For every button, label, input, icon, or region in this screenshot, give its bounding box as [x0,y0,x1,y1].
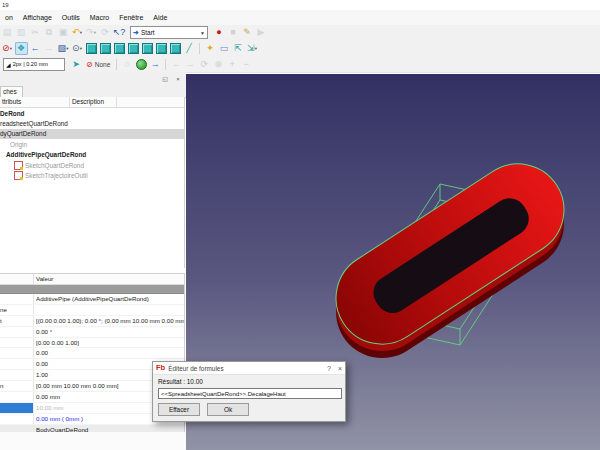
prev-view-icon[interactable]: ← [170,58,183,71]
property-group-bar[interactable] [0,285,184,294]
menu-item[interactable]: Affichage [18,14,57,21]
link-make-icon[interactable]: ⇱ [232,42,245,55]
home-globe-icon[interactable] [135,58,148,71]
dialog-help-icon[interactable]: ? [327,365,331,372]
print-icon[interactable]: ▥ [15,26,28,39]
property-row[interactable]: ne [0,305,184,316]
property-value-cell[interactable]: [(0.00 0.00 1.00); 0.00 °; (0.00 mm 10.0… [33,316,184,326]
nav-back-icon[interactable]: ← [29,42,42,55]
property-name-cell[interactable] [0,338,33,348]
workbench-selector[interactable]: ➜ Start ▼ [130,26,208,39]
dropdown-arrow[interactable]: ▾ [255,46,257,51]
tree-item[interactable]: AdditivePipeQuartDeRond [0,150,184,160]
property-row[interactable]: [0.00 0.00 1.00] [0,338,184,349]
property-name-cell[interactable]: n [0,381,33,391]
cut-icon[interactable]: ✂ [29,26,42,39]
nav-forward-icon[interactable]: → [43,42,56,55]
property-value-cell[interactable]: [0.00 0.00 1.00] [33,338,184,348]
view-top-icon[interactable] [113,42,126,55]
property-row[interactable]: t[(0.00 0.00 1.00); 0.00 °; (0.00 mm 10.… [0,316,184,327]
property-row[interactable]: 0.00 [0,348,184,359]
part-icon[interactable]: ✦ [204,42,217,55]
zoom-tool-icon[interactable]: ⊙▾ [71,42,84,55]
property-name-cell[interactable]: t [0,316,33,326]
macro-play-icon-glyph: ▶ [258,28,265,37]
whatsthis-icon[interactable]: ↖? [113,26,126,39]
dialog-close-icon[interactable]: × [338,365,342,372]
formula-expression-input[interactable] [158,388,342,399]
panel-float-icon[interactable]: ◱ [160,74,170,83]
dropdown-arrow[interactable]: ▾ [66,46,68,51]
view-axonometric-icon[interactable] [85,42,98,55]
property-value-cell[interactable] [33,305,184,315]
copy-icon[interactable]: ⧉ [43,26,56,39]
menu-item[interactable]: on [0,14,18,21]
menu-item[interactable]: Aide [148,14,172,21]
tree-item[interactable]: SketchQuartDeRond [0,160,184,170]
macro-edit-icon[interactable]: ✎ [241,26,254,39]
arrow-style-icon[interactable]: ➤ [70,58,83,71]
property-row[interactable]: AdditivePipe (AdditivePipeQuartDeRond) [0,294,184,305]
group-icon[interactable]: ▭ [218,42,231,55]
macro-play-icon[interactable]: ▶ [255,26,268,39]
paste-icon[interactable]: ▣ [57,26,70,39]
measure-icon[interactable]: ╱ [183,42,196,55]
stop-nav-icon[interactable]: ○ [121,58,134,71]
line-width-selector[interactable]: ◢ 2px | 0.20 mm [3,58,65,71]
link-replace-icon[interactable]: ⇲▾ [246,42,259,55]
column-divider[interactable] [33,274,34,284]
dropdown-arrow[interactable]: ▾ [80,30,82,35]
dropdown-arrow[interactable]: ▾ [94,30,96,35]
go-forward-icon[interactable]: → [149,58,162,71]
property-name-cell[interactable] [0,348,33,358]
menu-item[interactable]: Fenêtre [114,14,148,21]
next-view-icon[interactable]: → [184,58,197,71]
property-name-cell[interactable]: ne [0,305,33,315]
tree-item[interactable]: dyQuartDeRond [0,129,184,139]
refresh-view-icon[interactable]: ⟳ [198,58,211,71]
tree-item[interactable]: Origin [0,139,184,149]
selection-filter[interactable]: ⊘ None [86,60,110,69]
stop-loading-icon[interactable]: ⊘▾ [1,42,14,55]
dropdown-arrow[interactable]: ▾ [80,46,82,51]
undo-icon[interactable]: ↶▾ [71,26,84,39]
property-name-cell[interactable] [0,392,33,402]
clear-button[interactable]: Effacer [158,403,200,416]
panel-close-icon[interactable]: × [173,74,183,83]
macro-record-icon[interactable]: ● [213,26,226,39]
property-value-cell[interactable]: 0.00 ° [33,327,184,337]
menu-item[interactable]: Outils [57,14,85,21]
property-name-cell[interactable] [0,294,33,304]
zoom-in-icon[interactable]: + [226,58,239,71]
property-name-cell[interactable] [0,414,33,424]
property-name-cell[interactable] [0,403,33,413]
refresh-icon[interactable]: ⟳ [99,26,112,39]
column-divider[interactable] [69,97,70,107]
macro-stop-icon[interactable]: ■ [227,26,240,39]
property-value-cell[interactable]: 0.00 [33,348,184,358]
close-view-icon[interactable]: ⊗ [212,58,225,71]
tree-item[interactable]: DeRond [0,108,184,118]
view-front-icon[interactable] [99,42,112,55]
zoom-out-icon[interactable]: − [240,58,253,71]
property-value-cell[interactable]: AdditivePipe (AdditivePipeQuartDeRond) [33,294,184,304]
property-name-cell[interactable] [0,359,33,369]
draw-style-icon[interactable]: ▧▾ [57,42,70,55]
fit-all-icon[interactable]: ❖ [15,42,28,55]
dropdown-arrow[interactable]: ▾ [10,46,12,51]
property-name-cell[interactable] [0,370,33,380]
view-right-icon[interactable] [127,42,140,55]
new-icon[interactable]: ▤ [1,26,14,39]
menu-item[interactable]: Macro [85,14,114,21]
view-left-icon[interactable] [169,42,182,55]
ok-button[interactable]: Ok [207,403,249,416]
property-row[interactable]: 0.00 ° [0,327,184,338]
redo-icon[interactable]: ↷▾ [85,26,98,39]
dialog-titlebar[interactable]: Fb Éditeur de formules ? × [153,362,345,375]
column-divider[interactable] [116,97,117,107]
tree-item[interactable]: readsheetQuartDeRond [0,118,184,128]
view-rear-icon[interactable] [141,42,154,55]
property-name-cell[interactable] [0,327,33,337]
view-bottom-icon[interactable] [155,42,168,55]
tree-item[interactable]: SketchTrajectoireOutil [0,170,184,180]
